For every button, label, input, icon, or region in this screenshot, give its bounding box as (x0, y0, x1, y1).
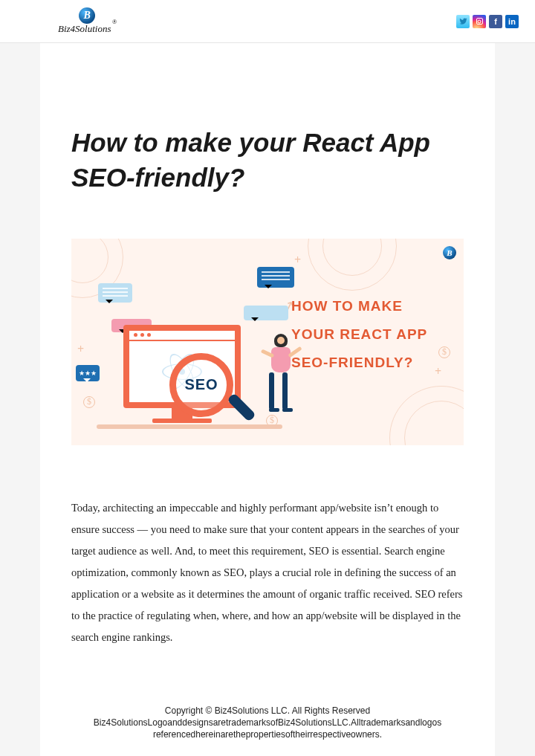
magnifier-seo-icon: SEO (169, 353, 233, 417)
copyright-line: Copyright © Biz4Solutions LLC. All Right… (45, 705, 490, 717)
seo-badge-text: SEO (184, 376, 218, 393)
ground-shadow (97, 424, 282, 429)
brand-name: Biz4Solutions® (58, 22, 116, 35)
facebook-icon[interactable]: f (489, 15, 502, 28)
instagram-icon[interactable] (473, 15, 486, 28)
hero-headline: HOW TO MAKE YOUR REACT APP SEO-FRIENDLY? (291, 292, 447, 377)
linkedin-icon[interactable]: in (505, 15, 519, 28)
hero-brand-icon: B (443, 246, 456, 259)
article-body: Today, architecting an impeccable and hi… (71, 497, 464, 648)
rating-bubble-icon: ★★★ (76, 365, 100, 381)
hero-banner: +++ $$$ ↗ B ★★★ (71, 239, 464, 445)
site-header: Biz4Solutions® f in (0, 0, 535, 43)
brand-mark-icon (79, 7, 95, 24)
speech-bubble-icon (244, 306, 288, 320)
document-page: How to make your React App SEO-friendly?… (40, 43, 495, 756)
twitter-icon[interactable] (456, 15, 470, 28)
brand-logo[interactable]: Biz4Solutions® (58, 7, 116, 35)
page-footer: Copyright © Biz4Solutions LLC. All Right… (0, 705, 535, 741)
speech-bubble-icon (98, 283, 132, 303)
article-title: How to make your React App SEO-friendly? (71, 125, 464, 196)
trademark-line-2: referencedhereinarethepropertiesoftheirr… (45, 728, 490, 740)
social-links: f in (456, 15, 519, 28)
trademark-line-1: Biz4SolutionsLogoanddesignsaretrademarks… (45, 717, 490, 728)
speech-bubble-icon (257, 267, 294, 288)
